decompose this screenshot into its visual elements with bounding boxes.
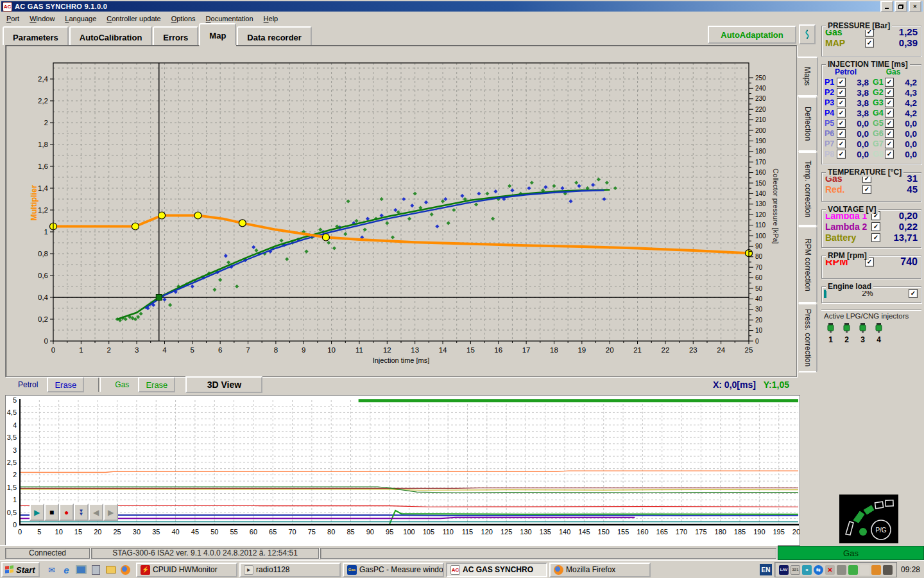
- svg-text:45: 45: [191, 528, 199, 536]
- restore-button[interactable]: [894, 1, 907, 12]
- calculator-icon[interactable]: [90, 565, 101, 575]
- side-tab-deflection[interactable]: Deflection: [798, 96, 817, 152]
- menu-help[interactable]: Help: [259, 13, 284, 24]
- tab-parameters[interactable]: Parameters: [3, 26, 69, 45]
- record-button[interactable]: ●: [59, 504, 74, 521]
- task-radio1128[interactable]: ▸radio1128: [239, 563, 341, 577]
- pointer-tray-icon[interactable]: [860, 565, 869, 575]
- gas-channel-checkbox-5[interactable]: [885, 119, 894, 128]
- svg-text:80: 80: [755, 253, 763, 260]
- erase-gas-button[interactable]: Erase: [138, 377, 175, 392]
- language-indicator[interactable]: EN: [760, 564, 772, 575]
- marker-button[interactable]: ▼▼: [74, 504, 89, 521]
- side-tab-rpm-correction[interactable]: RPM correction: [798, 226, 817, 303]
- wireless-tray-icon[interactable]: »: [802, 565, 812, 575]
- svg-text:110: 110: [755, 222, 766, 229]
- petrol-channel-checkbox-8[interactable]: [837, 150, 846, 159]
- lav-tray-icon[interactable]: LAV: [779, 565, 789, 575]
- petrol-channel-checkbox-1[interactable]: [837, 78, 846, 87]
- back-button[interactable]: ◀: [89, 504, 103, 521]
- internet-explorer-icon[interactable]: e: [61, 565, 72, 575]
- outlook-express-icon[interactable]: ✉: [46, 565, 57, 575]
- media-player-tray-icon[interactable]: 321: [791, 565, 800, 575]
- pressure-group-checkbox-map[interactable]: [865, 39, 874, 48]
- injector-3: 3: [857, 322, 868, 344]
- voltage-group-row-lambda-2: Lambda 20,22: [822, 221, 921, 232]
- petrol-channel-checkbox-5[interactable]: [837, 119, 846, 128]
- menu-controller-update[interactable]: Controller update: [101, 13, 166, 24]
- menu-port[interactable]: Port: [1, 13, 24, 24]
- menu-language[interactable]: Language: [60, 13, 101, 24]
- gas-channel-checkbox-8[interactable]: [885, 150, 894, 159]
- side-tab-press-correction[interactable]: Press. correction: [798, 303, 817, 372]
- back-icon: ◀: [93, 508, 99, 517]
- start-button[interactable]: Start: [1, 562, 40, 577]
- tray-clock: 09:28: [901, 565, 920, 574]
- svg-text:3: 3: [135, 346, 139, 354]
- stop-button[interactable]: ■: [44, 504, 59, 521]
- map-left-axis: 00,20,40,60,811,21,41,61,822,22,4Multipl…: [30, 75, 53, 345]
- tab-data-recorder[interactable]: Data recorder: [237, 26, 312, 45]
- autoadaptation-button[interactable]: AutoAdaptation: [708, 26, 796, 44]
- tab-errors[interactable]: Errors: [153, 26, 198, 45]
- gas-channel-checkbox-7[interactable]: [885, 139, 894, 148]
- task-cpuid-hwmonitor[interactable]: ⚡CPUID HWMonitor: [136, 563, 237, 577]
- tab-map[interactable]: Map: [199, 23, 236, 45]
- injection-row-1: P13,8G14,2: [822, 77, 921, 87]
- voltage-group-checkbox-lambda-2[interactable]: [871, 222, 880, 231]
- connection-button[interactable]: [799, 24, 816, 44]
- petrol-channel-checkbox-7[interactable]: [837, 139, 846, 148]
- antivirus-tray-icon[interactable]: [848, 565, 858, 575]
- tab-autocalibration[interactable]: AutoCalibration: [69, 26, 153, 45]
- gas-channel-checkbox-3[interactable]: [885, 98, 894, 107]
- svg-text:0: 0: [13, 521, 17, 529]
- show-desktop-icon[interactable]: [76, 565, 87, 575]
- engine-load-checkbox[interactable]: [909, 289, 918, 298]
- volume-tray-icon[interactable]: [837, 565, 846, 575]
- svg-text:120: 120: [481, 528, 493, 536]
- menu-options[interactable]: Options: [166, 13, 201, 24]
- task-label: radio1128: [256, 565, 290, 574]
- gas-channel-checkbox-4[interactable]: [885, 109, 894, 118]
- petrol-channel-checkbox-6[interactable]: [837, 129, 846, 138]
- status-bar: Connected STAG-300-6 ISA2 ver. 9.1 4.0.0…: [0, 545, 778, 560]
- camera-tray-icon[interactable]: [883, 565, 893, 575]
- minimize-button[interactable]: [880, 1, 893, 12]
- menu-window[interactable]: Window: [24, 13, 60, 24]
- petrol-channel-checkbox-2[interactable]: [837, 88, 846, 97]
- firefox-icon[interactable]: [120, 565, 131, 575]
- gas-channel-checkbox-1[interactable]: [885, 78, 894, 87]
- side-panel: PRESSURE [Bar]Gas1,25MAP0,39INJECTION TI…: [820, 23, 923, 473]
- play-button[interactable]: ▶: [30, 504, 44, 521]
- svg-text:0,6: 0,6: [38, 272, 48, 279]
- temperature-group-checkbox-red[interactable]: [862, 185, 871, 194]
- erase-petrol-button[interactable]: Erase: [47, 377, 84, 392]
- forward-button[interactable]: ▶: [103, 504, 118, 521]
- svg-text:60: 60: [250, 528, 257, 536]
- petrol-channel-checkbox-4[interactable]: [837, 109, 846, 118]
- teamviewer-tray-icon[interactable]: ⇆: [814, 565, 823, 575]
- task-gaspc-measure-windo[interactable]: GasGasPC - Measure windo...: [343, 563, 444, 577]
- pg-logo-text: P/G: [875, 527, 886, 534]
- svg-text:25: 25: [745, 346, 753, 354]
- folder-icon[interactable]: [105, 565, 116, 575]
- side-tab-maps[interactable]: Maps: [797, 57, 818, 96]
- recorder-chart[interactable]: 00,511,522,533,544,550510152025303540455…: [6, 396, 800, 545]
- gas-channel-checkbox-6[interactable]: [885, 129, 894, 138]
- engine-load-title: Engine load: [826, 282, 873, 291]
- network-error-tray-icon[interactable]: ✕: [825, 565, 835, 575]
- petrol-channel-checkbox-3[interactable]: [837, 98, 846, 107]
- menu-documentation[interactable]: Documentation: [201, 13, 259, 24]
- svg-text:Injection time [ms]: Injection time [ms]: [373, 356, 430, 364]
- cursor-cell-marker[interactable]: [156, 295, 162, 301]
- user-tray-icon[interactable]: [871, 565, 881, 575]
- svg-text:150: 150: [598, 528, 610, 536]
- side-tab-temp-correction[interactable]: Temp. correction: [798, 152, 817, 226]
- map-chart[interactable]: 00,20,40,60,811,21,41,61,822,22,4Multipl…: [6, 46, 794, 374]
- close-button[interactable]: ×: [909, 1, 921, 12]
- gas-channel-checkbox-2[interactable]: [885, 88, 894, 97]
- task-mozilla-firefox[interactable]: Mozilla Firefox: [549, 563, 651, 577]
- voltage-group-checkbox-battery[interactable]: [871, 233, 880, 242]
- 3d-view-button[interactable]: 3D View: [185, 376, 262, 393]
- task-ac-gas-synchro[interactable]: ACAC GAS SYNCHRO: [446, 563, 547, 577]
